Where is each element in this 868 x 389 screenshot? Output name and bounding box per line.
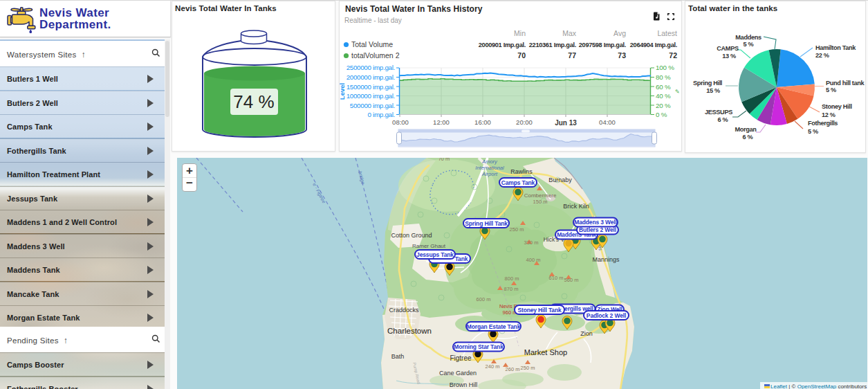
svg-text:870 m: 870 m bbox=[504, 286, 519, 292]
svg-text:Cane Garden: Cane Garden bbox=[439, 370, 477, 377]
svg-text:60 %: 60 % bbox=[656, 83, 671, 91]
svg-text:Stoney Hill Tank: Stoney Hill Tank bbox=[517, 307, 562, 314]
svg-text:12:00: 12:00 bbox=[433, 118, 450, 126]
svg-text:800 m: 800 m bbox=[505, 275, 519, 282]
svg-text:2210361 Imp.gal.: 2210361 Imp.gal. bbox=[529, 42, 576, 48]
svg-text:5 %: 5 % bbox=[744, 41, 754, 48]
svg-text:16:00: 16:00 bbox=[474, 118, 491, 126]
svg-text:Latest: Latest bbox=[657, 29, 677, 37]
svg-text:330 m: 330 m bbox=[524, 239, 539, 246]
svg-text:70 m: 70 m bbox=[438, 158, 450, 162]
svg-text:✎: ✎ bbox=[675, 89, 680, 95]
svg-text:0 imp.gal.: 0 imp.gal. bbox=[368, 111, 395, 118]
svg-text:560 m: 560 m bbox=[564, 277, 579, 283]
svg-text:610 m: 610 m bbox=[549, 275, 564, 281]
svg-text:Bath: Bath bbox=[391, 353, 405, 360]
svg-text:20 %: 20 % bbox=[656, 102, 671, 109]
svg-text:Camps Tank: Camps Tank bbox=[501, 179, 535, 186]
svg-text:2500000 imp.gal.: 2500000 imp.gal. bbox=[347, 64, 395, 71]
svg-text:Spring Hill Tank: Spring Hill Tank bbox=[465, 220, 508, 227]
svg-text:Tank: Tank bbox=[455, 255, 468, 262]
svg-text:5 %: 5 % bbox=[826, 87, 836, 93]
svg-text:40 %: 40 % bbox=[656, 92, 671, 100]
svg-text:Combermere: Combermere bbox=[524, 192, 557, 199]
svg-text:150 m: 150 m bbox=[533, 199, 548, 205]
svg-text:13 %: 13 % bbox=[722, 53, 736, 60]
svg-text:Maddens: Maddens bbox=[735, 34, 761, 41]
svg-text:Ramer Ghaut: Ramer Ghaut bbox=[412, 243, 446, 249]
svg-text:08:00: 08:00 bbox=[392, 118, 409, 126]
svg-text:260 m: 260 m bbox=[506, 366, 520, 372]
svg-text:Morning Star Tank: Morning Star Tank bbox=[454, 343, 504, 350]
svg-text:Morgan Estate Tank: Morgan Estate Tank bbox=[467, 323, 521, 330]
svg-text:Avg: Avg bbox=[613, 29, 626, 37]
svg-text:72: 72 bbox=[669, 51, 677, 60]
svg-text:Market Shop: Market Shop bbox=[524, 348, 567, 356]
svg-text:15 %: 15 % bbox=[706, 87, 720, 94]
svg-text:250 m: 250 m bbox=[510, 226, 524, 233]
svg-text:JESSUPS: JESSUPS bbox=[705, 109, 732, 116]
svg-text:Maddens 3 Well: Maddens 3 Well bbox=[574, 219, 617, 226]
svg-text:Level: Level bbox=[339, 83, 346, 100]
svg-text:Burnaby: Burnaby bbox=[548, 177, 572, 183]
svg-text:74 %: 74 % bbox=[233, 91, 274, 112]
svg-text:5 %: 5 % bbox=[808, 128, 818, 135]
svg-text:Craddocks: Craddocks bbox=[389, 307, 419, 314]
svg-text:Zion: Zion bbox=[580, 330, 593, 337]
svg-text:CAMPS: CAMPS bbox=[717, 45, 739, 52]
svg-text:Morgan: Morgan bbox=[735, 126, 757, 133]
svg-text:Padlock 2 Well: Padlock 2 Well bbox=[587, 312, 626, 319]
svg-text:Rawlins: Rawlins bbox=[510, 168, 533, 175]
svg-text:Figtree: Figtree bbox=[450, 354, 472, 362]
svg-text:04:00: 04:00 bbox=[599, 118, 616, 126]
svg-text:100 %: 100 % bbox=[656, 64, 674, 71]
svg-text:12 %: 12 % bbox=[822, 111, 835, 118]
svg-text:2064904 Imp.gal.: 2064904 Imp.gal. bbox=[630, 42, 677, 48]
svg-text:2000901 Imp.gal.: 2000901 Imp.gal. bbox=[479, 42, 526, 48]
svg-text:6 %: 6 % bbox=[743, 134, 753, 141]
svg-text:Jessups Tank: Jessups Tank bbox=[416, 251, 454, 258]
svg-text:73: 73 bbox=[618, 51, 626, 60]
svg-text:250 m: 250 m bbox=[521, 365, 535, 371]
svg-text:Pund hill tank: Pund hill tank bbox=[826, 80, 865, 87]
svg-text:International: International bbox=[475, 165, 504, 171]
svg-text:600 m: 600 m bbox=[477, 296, 491, 302]
svg-text:Leaflet | © OpenStreetMap cont: Leaflet | © OpenStreetMap contributors bbox=[770, 383, 867, 389]
svg-text:Max: Max bbox=[562, 29, 577, 37]
svg-text:Hamilton Tank: Hamilton Tank bbox=[815, 44, 856, 51]
svg-text:500000 imp.gal.: 500000 imp.gal. bbox=[350, 102, 395, 109]
svg-text:6 %: 6 % bbox=[718, 116, 728, 123]
svg-text:77: 77 bbox=[568, 51, 576, 60]
svg-text:70: 70 bbox=[517, 51, 526, 60]
svg-text:22 %: 22 % bbox=[815, 52, 829, 59]
svg-text:Cotton Ground: Cotton Ground bbox=[391, 232, 432, 239]
svg-text:0 %: 0 % bbox=[656, 111, 667, 118]
svg-text:80 %: 80 % bbox=[656, 73, 671, 81]
svg-text:Jun 13: Jun 13 bbox=[555, 119, 577, 127]
svg-text:Brick Kiln: Brick Kiln bbox=[563, 203, 589, 210]
svg-text:400 m: 400 m bbox=[526, 257, 541, 263]
svg-text:Stoney Hill: Stoney Hill bbox=[822, 103, 852, 110]
svg-text:Mannings: Mannings bbox=[592, 256, 620, 263]
svg-text:Brown Hill: Brown Hill bbox=[450, 381, 478, 388]
svg-text:2097598 Imp.gal.: 2097598 Imp.gal. bbox=[579, 42, 626, 48]
svg-text:Amory: Amory bbox=[481, 159, 498, 165]
svg-text:240 m: 240 m bbox=[486, 363, 500, 370]
svg-text:Fothergills: Fothergills bbox=[808, 120, 838, 127]
svg-text:Charlestown: Charlestown bbox=[387, 327, 432, 335]
svg-text:totalVolumen 2: totalVolumen 2 bbox=[351, 51, 400, 60]
svg-text:Airport: Airport bbox=[481, 171, 498, 177]
svg-text:2000000 imp.gal.: 2000000 imp.gal. bbox=[347, 73, 395, 81]
svg-text:Butlers 2 Well: Butlers 2 Well bbox=[579, 226, 616, 233]
svg-text:Min: Min bbox=[514, 29, 526, 37]
svg-text:Spring Hill: Spring Hill bbox=[693, 80, 722, 87]
svg-text:Total Volume: Total Volume bbox=[351, 40, 393, 48]
svg-text:1000000 imp.gal.: 1000000 imp.gal. bbox=[347, 92, 395, 100]
svg-text:20:00: 20:00 bbox=[516, 118, 533, 126]
svg-text:1500000 imp.gal.: 1500000 imp.gal. bbox=[347, 83, 395, 91]
